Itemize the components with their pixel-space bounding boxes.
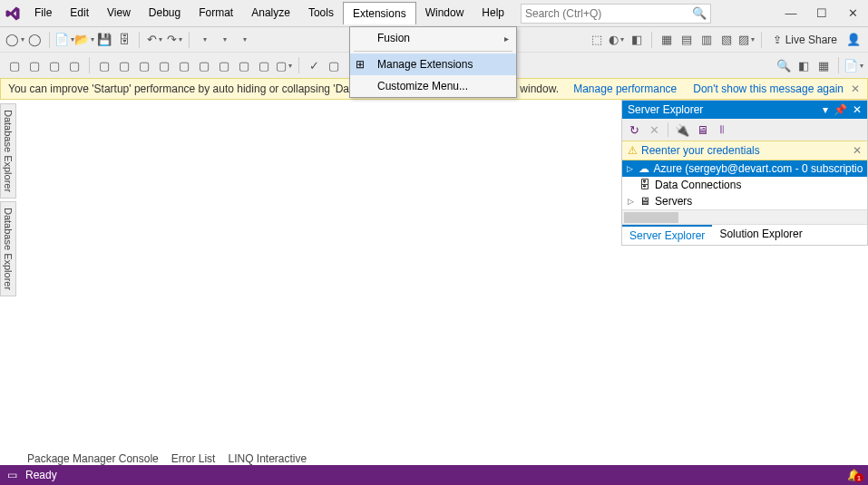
search-icon: 🔍 bbox=[692, 6, 707, 20]
undo-button[interactable]: ↶ bbox=[145, 31, 163, 49]
status-icon: ▭ bbox=[7, 469, 20, 481]
platform-button[interactable] bbox=[215, 31, 233, 49]
tb2-4[interactable]: ▢ bbox=[65, 56, 83, 74]
close-button[interactable]: ✕ bbox=[837, 3, 868, 24]
tb2-15[interactable]: ✓ bbox=[305, 56, 323, 74]
server-button[interactable]: 🖥 bbox=[694, 121, 710, 138]
tb2-7[interactable]: ▢ bbox=[135, 56, 153, 74]
notifications-button[interactable]: 🔔 1 bbox=[847, 469, 861, 481]
panel-close-icon[interactable]: ✕ bbox=[853, 103, 862, 116]
tb2-r3[interactable]: ▦ bbox=[814, 56, 833, 74]
tb2-9[interactable]: ▢ bbox=[175, 56, 193, 74]
live-share-button[interactable]: ⇪Live Share bbox=[767, 34, 843, 46]
customize-menu-item[interactable]: Customize Menu... bbox=[350, 75, 516, 97]
open-file-button[interactable]: 📂 bbox=[75, 31, 93, 49]
dismiss-notice-link[interactable]: Don't show this message again bbox=[693, 82, 844, 95]
menu-file[interactable]: File bbox=[25, 2, 61, 24]
notice-close-icon[interactable]: ✕ bbox=[851, 82, 860, 95]
services-button[interactable]: ⫴ bbox=[714, 121, 730, 138]
nav-back-button[interactable]: ◯ bbox=[5, 31, 24, 49]
new-project-button[interactable]: 📄 bbox=[55, 31, 73, 49]
tb2-10[interactable]: ▢ bbox=[195, 56, 213, 74]
panel-pin-icon[interactable]: 📌 bbox=[834, 103, 847, 116]
connect-button[interactable]: 🔌 bbox=[674, 121, 690, 138]
config-button[interactable] bbox=[195, 31, 213, 49]
database-explorer-tab-1[interactable]: Database Explorer bbox=[0, 103, 16, 199]
start-button[interactable] bbox=[235, 31, 253, 49]
tb2-r4[interactable]: 📄 bbox=[844, 56, 863, 74]
refresh-button[interactable]: ↻ bbox=[626, 121, 642, 138]
menu-extensions[interactable]: Extensions bbox=[343, 2, 416, 24]
manage-performance-link[interactable]: Manage performance bbox=[573, 82, 677, 95]
tb2-1[interactable]: ▢ bbox=[5, 56, 24, 74]
manage-extensions-menu-item[interactable]: ⊞Manage Extensions bbox=[350, 53, 516, 75]
linq-interactive-tab[interactable]: LINQ Interactive bbox=[228, 452, 307, 465]
account-button[interactable]: 👤 bbox=[844, 31, 863, 49]
tb-icon-1[interactable]: ⬚ bbox=[588, 31, 606, 49]
tb2-r1[interactable]: 🔍 bbox=[775, 56, 793, 74]
se-notice-close-icon[interactable]: ✕ bbox=[853, 144, 862, 157]
tb2-6[interactable]: ▢ bbox=[115, 56, 133, 74]
status-bar: ▭ Ready 🔔 1 bbox=[0, 465, 868, 485]
tb2-12[interactable]: ▢ bbox=[235, 56, 253, 74]
tb2-2[interactable]: ▢ bbox=[25, 56, 44, 74]
tb-icon-8[interactable]: ▨ bbox=[737, 31, 756, 49]
tb2-11[interactable]: ▢ bbox=[215, 56, 233, 74]
save-all-button[interactable]: 🗄 bbox=[115, 31, 133, 49]
menu-format[interactable]: Format bbox=[190, 2, 242, 24]
tb2-5[interactable]: ▢ bbox=[95, 56, 113, 74]
tb-icon-2[interactable]: ◐ bbox=[608, 31, 626, 49]
error-list-tab[interactable]: Error List bbox=[171, 452, 216, 465]
menu-window[interactable]: Window bbox=[416, 2, 473, 24]
server-explorer-panel: Server Explorer ▾ 📌 ✕ ↻ ✕ 🔌 🖥 ⫴ ⚠ Reente… bbox=[621, 100, 868, 246]
tb2-14[interactable]: ▢ bbox=[275, 56, 293, 74]
tree-azure-node[interactable]: ▷ ☁ Azure (sergeyb@devart.com - 0 subscr… bbox=[622, 160, 867, 177]
server-icon: 🖥 bbox=[639, 195, 651, 208]
redo-button[interactable]: ↷ bbox=[165, 31, 183, 49]
panel-dropdown-icon[interactable]: ▾ bbox=[823, 103, 828, 116]
status-text: Ready bbox=[25, 469, 57, 481]
live-share-icon: ⇪ bbox=[773, 34, 782, 46]
tree-data-connections-node[interactable]: 🗄 Data Connections bbox=[622, 177, 867, 193]
maximize-button[interactable]: ☐ bbox=[806, 3, 837, 24]
menu-tools[interactable]: Tools bbox=[299, 2, 343, 24]
save-button[interactable]: 💾 bbox=[95, 31, 113, 49]
menu-edit[interactable]: Edit bbox=[61, 2, 98, 24]
vs-logo bbox=[0, 1, 25, 26]
menu-debug[interactable]: Debug bbox=[140, 2, 190, 24]
tb2-13[interactable]: ▢ bbox=[255, 56, 273, 74]
tb2-3[interactable]: ▢ bbox=[45, 56, 63, 74]
solution-explorer-tab[interactable]: Solution Explorer bbox=[712, 225, 809, 245]
tb2-r2[interactable]: ◧ bbox=[795, 56, 813, 74]
reenter-credentials-link[interactable]: Reenter your credentials bbox=[641, 144, 760, 157]
expand-icon[interactable]: ▷ bbox=[626, 197, 635, 206]
menu-analyze[interactable]: Analyze bbox=[242, 2, 299, 24]
tree-servers-node[interactable]: ▷ 🖥 Servers bbox=[622, 193, 867, 209]
tb2-8[interactable]: ▢ bbox=[155, 56, 173, 74]
server-explorer-title: Server Explorer bbox=[628, 103, 703, 116]
menu-help[interactable]: Help bbox=[473, 2, 513, 24]
tb-icon-3[interactable]: ◧ bbox=[628, 31, 646, 49]
tb-icon-4[interactable]: ▦ bbox=[658, 31, 676, 49]
menu-view[interactable]: View bbox=[98, 2, 140, 24]
fusion-menu-item[interactable]: Fusion bbox=[350, 27, 516, 49]
tb-icon-5[interactable]: ▤ bbox=[678, 31, 696, 49]
azure-icon: ☁ bbox=[638, 162, 649, 175]
horizontal-scrollbar[interactable] bbox=[622, 209, 867, 224]
warning-icon: ⚠ bbox=[628, 144, 638, 157]
search-box[interactable]: 🔍 bbox=[521, 4, 711, 24]
extensions-dropdown: Fusion ⊞Manage Extensions Customize Menu… bbox=[349, 26, 517, 98]
expand-icon[interactable]: ▷ bbox=[626, 164, 634, 173]
package-manager-tab[interactable]: Package Manager Console bbox=[27, 452, 159, 465]
minimize-button[interactable]: — bbox=[775, 3, 806, 24]
notification-count: 1 bbox=[854, 473, 863, 482]
nav-forward-button[interactable]: ◯ bbox=[25, 31, 44, 49]
tb-icon-6[interactable]: ▥ bbox=[697, 31, 716, 49]
manage-icon: ⊞ bbox=[356, 58, 365, 71]
tb-icon-7[interactable]: ▧ bbox=[717, 31, 736, 49]
stop-button[interactable]: ✕ bbox=[646, 121, 662, 138]
search-input[interactable] bbox=[525, 7, 692, 20]
tb2-16[interactable]: ▢ bbox=[325, 56, 343, 74]
database-explorer-tab-2[interactable]: Database Explorer bbox=[0, 201, 16, 296]
server-explorer-tab[interactable]: Server Explorer bbox=[622, 225, 712, 245]
